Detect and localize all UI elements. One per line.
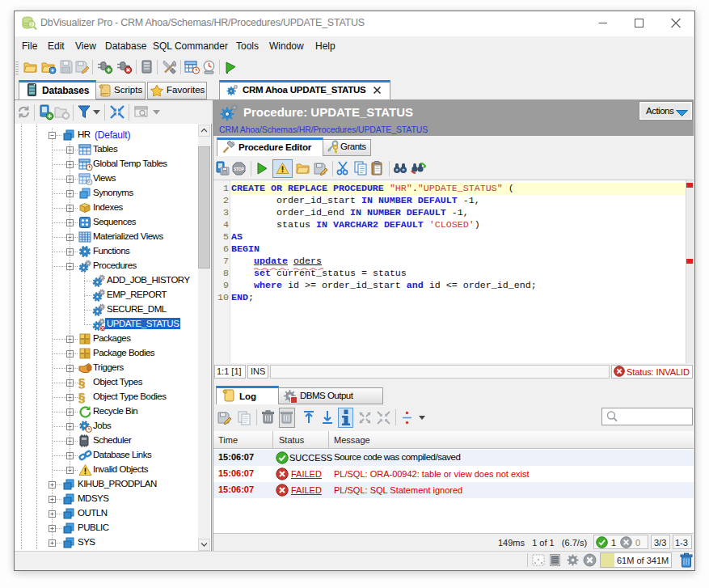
- svg-text:STOP: STOP: [234, 167, 243, 171]
